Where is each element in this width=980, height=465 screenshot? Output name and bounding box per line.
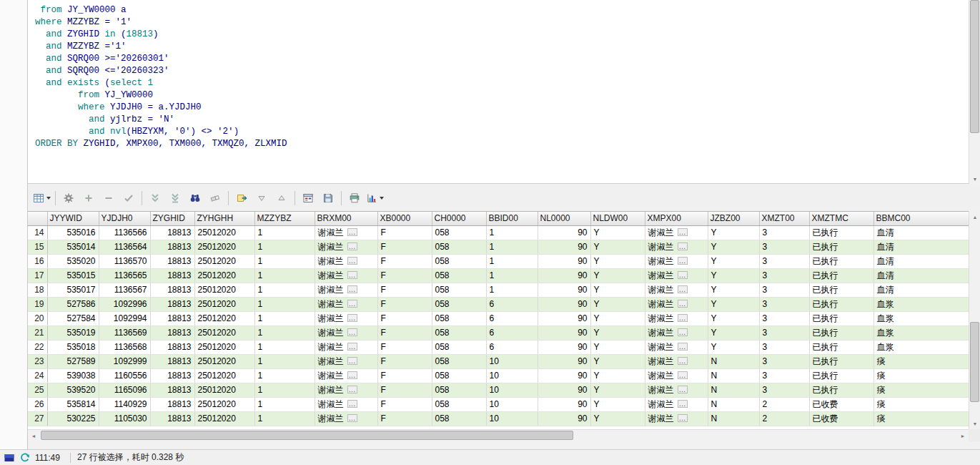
column-header-BRXM00[interactable]: BRXM00 — [315, 212, 377, 225]
cell-expand-button[interactable]: … — [678, 400, 688, 408]
table-row[interactable]: 19527586109299618813250120201谢淑兰…F058690… — [28, 297, 969, 311]
cell-MZZYBZ[interactable]: 1 — [254, 411, 315, 426]
sql-editor[interactable]: from JY_YW0000 awhere MZZYBZ = '1' and Z… — [28, 0, 969, 184]
cell-NL0000[interactable]: 90 — [538, 411, 590, 426]
cell-JYYWID[interactable]: 530225 — [47, 411, 99, 426]
scroll-left-button[interactable]: ◄ — [28, 430, 39, 441]
cell-XMPX00[interactable]: 谢淑兰… — [645, 254, 708, 268]
grid-horizontal-scrollbar[interactable]: ◄ ► — [28, 429, 969, 441]
cell-XMZT00[interactable]: 3 — [759, 297, 809, 311]
cell-XB0000[interactable]: F — [377, 354, 432, 368]
cell-ZYGHID[interactable]: 18813 — [150, 225, 194, 240]
cell-JZBZ00[interactable]: N — [708, 397, 759, 411]
column-header-JYYWID[interactable]: JYYWID — [47, 212, 99, 225]
cell-JYYWID[interactable]: 535019 — [47, 326, 99, 340]
cell-JYYWID[interactable]: 539520 — [47, 383, 99, 397]
row-number[interactable]: 14 — [28, 225, 47, 240]
cell-expand-button[interactable]: … — [347, 271, 357, 279]
table-row[interactable]: 24539038116055618813250120201谢淑兰…F058109… — [28, 368, 969, 383]
cell-BBID00[interactable]: 1 — [486, 283, 538, 297]
cell-MZZYBZ[interactable]: 1 — [254, 240, 315, 254]
cell-NLDW00[interactable]: Y — [590, 311, 645, 326]
cell-CH0000[interactable]: 058 — [432, 397, 486, 411]
cell-NL0000[interactable]: 90 — [538, 383, 590, 397]
cell-XB0000[interactable]: F — [377, 326, 432, 340]
cell-MZZYBZ[interactable]: 1 — [254, 354, 315, 368]
cell-expand-button[interactable]: … — [678, 271, 688, 279]
cell-XB0000[interactable]: F — [377, 311, 432, 326]
cell-ZYGHID[interactable]: 18813 — [150, 411, 194, 426]
cell-expand-button[interactable]: … — [678, 300, 688, 308]
cell-NL0000[interactable]: 90 — [538, 240, 590, 254]
cell-CH0000[interactable]: 058 — [432, 254, 486, 268]
export-button[interactable] — [232, 190, 252, 207]
cell-BRXM00[interactable]: 谢淑兰… — [315, 240, 377, 254]
column-header-XMPX00[interactable]: XMPX00 — [645, 212, 708, 225]
cell-XMPX00[interactable]: 谢淑兰… — [645, 354, 708, 368]
cell-expand-button[interactable]: … — [347, 371, 357, 379]
cell-XB0000[interactable]: F — [377, 340, 432, 354]
cell-MZZYBZ[interactable]: 1 — [254, 326, 315, 340]
cell-XB0000[interactable]: F — [377, 240, 432, 254]
cell-YJDJH0[interactable]: 1136567 — [99, 283, 150, 297]
column-header-ZYHGHH[interactable]: ZYHGHH — [194, 212, 254, 225]
row-number[interactable]: 25 — [28, 383, 47, 397]
cell-NLDW00[interactable]: Y — [590, 397, 645, 411]
cell-YJDJH0[interactable]: 1140929 — [99, 397, 150, 411]
cell-YJDJH0[interactable]: 1105030 — [99, 411, 150, 426]
cell-CH0000[interactable]: 058 — [432, 283, 486, 297]
refresh-options-button[interactable] — [59, 190, 79, 207]
cell-CH0000[interactable]: 058 — [432, 225, 486, 240]
cell-expand-button[interactable]: … — [347, 343, 357, 351]
cell-XMZT00[interactable]: 3 — [759, 326, 809, 340]
editor-vertical-scrollbar[interactable]: ▼ — [969, 0, 980, 185]
cell-BBMC00[interactable]: 血清 — [873, 268, 969, 283]
row-number[interactable]: 20 — [28, 311, 47, 326]
cell-NL0000[interactable]: 90 — [538, 283, 590, 297]
cell-NLDW00[interactable]: Y — [590, 411, 645, 426]
cell-XMZT00[interactable]: 3 — [759, 240, 809, 254]
cell-JZBZ00[interactable]: N — [708, 383, 759, 397]
fetch-all-button[interactable] — [165, 190, 185, 207]
cell-ZYHGHH[interactable]: 25012020 — [194, 411, 254, 426]
cell-BRXM00[interactable]: 谢淑兰… — [315, 326, 377, 340]
cell-ZYHGHH[interactable]: 25012020 — [194, 268, 254, 283]
find-button[interactable] — [185, 190, 205, 207]
cell-BBID00[interactable]: 6 — [486, 311, 538, 326]
insert-row-button[interactable] — [79, 190, 99, 207]
cell-XB0000[interactable]: F — [377, 283, 432, 297]
cell-BBMC00[interactable]: 痰 — [873, 368, 969, 383]
cell-ZYHGHH[interactable]: 25012020 — [194, 240, 254, 254]
cell-JYYWID[interactable]: 535020 — [47, 254, 99, 268]
cell-MZZYBZ[interactable]: 1 — [254, 268, 315, 283]
cell-XMZT00[interactable]: 2 — [759, 411, 809, 426]
cell-BBMC00[interactable]: 痰 — [873, 411, 969, 426]
cell-expand-button[interactable]: … — [678, 343, 688, 351]
cell-BBMC00[interactable]: 血清 — [873, 225, 969, 240]
column-header-NL0000[interactable]: NL0000 — [538, 212, 590, 225]
scroll-down-button[interactable]: ▼ — [969, 418, 980, 429]
cell-XMPX00[interactable]: 谢淑兰… — [645, 397, 708, 411]
cell-NLDW00[interactable]: Y — [590, 326, 645, 340]
cell-BBMC00[interactable]: 血清 — [873, 254, 969, 268]
cell-XMZTMC[interactable]: 已执行 — [809, 283, 873, 297]
cell-expand-button[interactable]: … — [678, 386, 688, 393]
cell-NLDW00[interactable]: Y — [590, 340, 645, 354]
cell-MZZYBZ[interactable]: 1 — [254, 283, 315, 297]
cell-BBID00[interactable]: 1 — [486, 268, 538, 283]
post-changes-button[interactable] — [119, 190, 139, 207]
cell-expand-button[interactable]: … — [347, 386, 357, 393]
row-number[interactable]: 15 — [28, 240, 47, 254]
cell-XMZT00[interactable]: 2 — [759, 397, 809, 411]
scrollbar-thumb[interactable] — [41, 431, 573, 440]
cell-BRXM00[interactable]: 谢淑兰… — [315, 340, 377, 354]
cell-XMZTMC[interactable]: 已执行 — [809, 326, 873, 340]
cell-XMZT00[interactable]: 3 — [759, 368, 809, 383]
cell-BBID00[interactable]: 10 — [486, 368, 538, 383]
cell-CH0000[interactable]: 058 — [432, 311, 486, 326]
cell-CH0000[interactable]: 058 — [432, 268, 486, 283]
column-header-XB0000[interactable]: XB0000 — [377, 212, 432, 225]
cell-expand-button[interactable]: … — [347, 257, 357, 265]
row-number[interactable]: 26 — [28, 397, 47, 411]
cell-JZBZ00[interactable]: Y — [708, 254, 759, 268]
